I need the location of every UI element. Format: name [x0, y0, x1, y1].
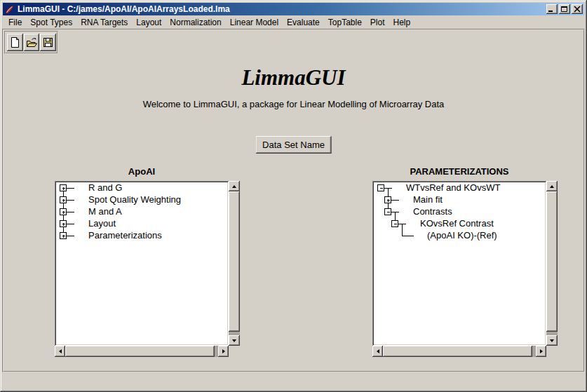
window-title: LimmaGUI - C:/james/ApoAI/ApoAIArraysLoa… — [18, 4, 230, 14]
scroll-up-button[interactable] — [229, 181, 240, 191]
left-tree-listbox[interactable]: R and GSpot Quality WeightingM and ALayo… — [55, 181, 229, 346]
main-frame: LimmaGUI Welcome to LimmaGUI, a package … — [2, 29, 585, 372]
scroll-left-button[interactable] — [372, 346, 383, 357]
tree-item-label[interactable]: R and G — [88, 182, 122, 193]
new-file-icon — [9, 36, 21, 48]
app-feather-icon — [5, 5, 14, 14]
menu-item-plot[interactable]: Plot — [366, 17, 389, 28]
menu-item-normalization[interactable]: Normalization — [166, 17, 225, 28]
vertical-scroll-thumb[interactable] — [229, 191, 240, 332]
minimize-button[interactable] — [546, 4, 558, 14]
right-tree-listbox[interactable]: WTvsRef and KOvsWTMain fitContrastsKOvsR… — [372, 181, 546, 346]
tree-item-label[interactable]: Main fit — [413, 194, 443, 205]
open-folder-icon — [26, 36, 38, 48]
tree-item-label[interactable]: Layout — [88, 218, 116, 229]
title-bar[interactable]: LimmaGUI - C:/james/ApoAI/ApoAIArraysLoa… — [3, 3, 584, 15]
close-button[interactable] — [572, 4, 583, 14]
right-vertical-scrollbar[interactable] — [546, 181, 558, 346]
bottom-strip — [2, 372, 585, 390]
menu-item-linear-model[interactable]: Linear Model — [226, 17, 283, 28]
vertical-scroll-thumb[interactable] — [546, 191, 558, 332]
scroll-left-button[interactable] — [55, 346, 65, 357]
new-file-button[interactable] — [7, 34, 23, 51]
scroll-up-button[interactable] — [546, 181, 558, 191]
right-panel-header: PARAMETERIZATIONS — [372, 166, 546, 177]
right-horizontal-scrollbar[interactable] — [372, 346, 546, 357]
up-arrow-icon — [550, 185, 554, 188]
right-arrow-icon — [540, 349, 543, 353]
tree-item-label[interactable]: KOvsRef Contrast — [420, 218, 494, 229]
tree-item-label[interactable]: M and A — [88, 206, 122, 217]
up-arrow-icon — [232, 185, 236, 188]
menu-item-spot-types[interactable]: Spot Types — [26, 17, 76, 28]
app-window: LimmaGUI - C:/james/ApoAI/ApoAIArraysLoa… — [0, 0, 587, 392]
open-file-button[interactable] — [24, 34, 40, 51]
save-file-button[interactable] — [40, 34, 56, 51]
left-arrow-icon — [59, 349, 62, 353]
menu-item-toptable[interactable]: TopTable — [324, 17, 366, 28]
tree-item-label[interactable]: WTvsRef and KOvsWT — [406, 182, 500, 193]
left-vertical-scrollbar[interactable] — [229, 181, 240, 346]
menu-item-layout[interactable]: Layout — [132, 17, 166, 28]
right-arrow-icon — [222, 349, 225, 353]
left-panel-header: ApoAI — [55, 166, 229, 177]
scroll-right-button[interactable] — [536, 346, 546, 357]
scroll-down-button[interactable] — [229, 335, 240, 346]
welcome-text: Welcome to LimmaGUI, a package for Linea… — [4, 99, 583, 109]
menu-item-evaluate[interactable]: Evaluate — [283, 17, 324, 28]
menu-item-help[interactable]: Help — [389, 17, 415, 28]
down-arrow-icon — [550, 339, 554, 342]
tree-item-label[interactable]: Spot Quality Weighting — [88, 194, 181, 205]
left-horizontal-scrollbar[interactable] — [55, 346, 229, 357]
horizontal-scroll-thumb[interactable] — [383, 346, 532, 357]
data-set-name-button[interactable]: Data Set Name — [255, 136, 332, 154]
maximize-button[interactable] — [559, 4, 570, 14]
save-icon — [42, 36, 54, 48]
tree-item-label[interactable]: Parameterizations — [88, 230, 162, 241]
horizontal-scroll-thumb[interactable] — [65, 346, 215, 357]
page-title: LimmaGUI — [4, 65, 583, 90]
toolbar — [4, 31, 58, 54]
tree-item-label[interactable]: (ApoAI KO)-(Ref) — [427, 230, 497, 241]
menu-item-file[interactable]: File — [4, 17, 26, 28]
down-arrow-icon — [232, 339, 236, 342]
menu-item-rna-targets[interactable]: RNA Targets — [76, 17, 132, 28]
scroll-down-button[interactable] — [546, 335, 558, 346]
scroll-right-button[interactable] — [218, 346, 229, 357]
left-arrow-icon — [377, 349, 379, 353]
menu-bar: FileSpot TypesRNA TargetsLayoutNormaliza… — [2, 16, 585, 29]
tree-item-label[interactable]: Contrasts — [413, 206, 452, 217]
